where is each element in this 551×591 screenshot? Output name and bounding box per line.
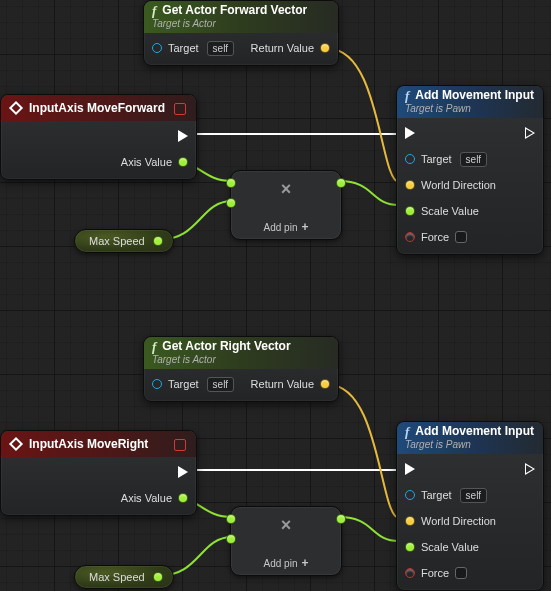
node-get-actor-right-vector[interactable]: fGet Actor Right Vector Target is Actor …	[143, 336, 339, 402]
pin-label: World Direction	[421, 515, 496, 527]
node-title: InputAxis MoveRight	[29, 438, 148, 451]
pin-world-direction[interactable]: World Direction	[405, 176, 496, 194]
pin-dot-object	[152, 43, 162, 53]
node-multiply[interactable]: × Add pin+	[230, 506, 342, 576]
checkbox[interactable]	[455, 567, 467, 579]
pin-dot-object	[405, 154, 415, 164]
pin-label: Scale Value	[421, 205, 479, 217]
add-pin-button[interactable]: Add pin+	[231, 217, 341, 239]
plus-icon: +	[301, 220, 308, 234]
pin-label: Return Value	[251, 42, 314, 54]
node-variable-max-speed[interactable]: Max Speed	[74, 565, 174, 589]
pin-return-value[interactable]: Return Value	[251, 39, 330, 57]
pin-dot-bool	[405, 232, 415, 242]
node-inputaxis-moveforward[interactable]: InputAxis MoveForward Axis Value	[0, 94, 197, 180]
pin-label: Target	[168, 42, 199, 54]
add-pin-label: Add pin	[264, 558, 298, 569]
node-add-movement-input[interactable]: fAdd Movement Input Target is Pawn Targe…	[396, 85, 544, 255]
pin-label: Force	[421, 567, 449, 579]
pin-dot-vector	[320, 379, 330, 389]
pin-label: Return Value	[251, 378, 314, 390]
node-header[interactable]: fGet Actor Right Vector Target is Actor	[144, 337, 338, 369]
pin-exec-in[interactable]	[405, 460, 496, 478]
pin-label: Force	[421, 231, 449, 243]
pin-dot-vector	[320, 43, 330, 53]
node-header[interactable]: fAdd Movement Input Target is Pawn	[397, 86, 543, 118]
node-title: InputAxis MoveForward	[29, 102, 165, 115]
add-pin-button[interactable]: Add pin+	[231, 553, 341, 575]
function-icon: f	[405, 89, 409, 102]
pin-label: Target	[421, 153, 452, 165]
pin-exec-out[interactable]	[178, 463, 188, 481]
node-inputaxis-moveright[interactable]: InputAxis MoveRight Axis Value	[0, 430, 197, 516]
pin-label: Axis Value	[121, 492, 172, 504]
node-title: Add Movement Input	[415, 89, 534, 102]
pin-label: Target	[421, 489, 452, 501]
pin-dot-float	[405, 206, 415, 216]
self-badge: self	[207, 41, 235, 56]
pin-dot-float	[178, 493, 188, 503]
pin-world-direction[interactable]: World Direction	[405, 512, 496, 530]
self-badge: self	[207, 377, 235, 392]
pin-dot-object	[152, 379, 162, 389]
node-variable-max-speed[interactable]: Max Speed	[74, 229, 174, 253]
disabled-icon	[174, 439, 186, 451]
exec-pin-icon	[405, 127, 415, 139]
variable-name: Max Speed	[89, 571, 145, 583]
pin-b[interactable]	[226, 534, 236, 544]
pin-scale-value[interactable]: Scale Value	[405, 538, 496, 556]
node-header[interactable]: fGet Actor Forward Vector Target is Acto…	[144, 1, 338, 33]
node-header[interactable]: InputAxis MoveRight	[1, 431, 196, 457]
pin-axis-value[interactable]: Axis Value	[121, 153, 188, 171]
pin-exec-out[interactable]	[525, 460, 535, 478]
exec-pin-icon	[178, 466, 188, 478]
event-icon	[9, 437, 23, 451]
pin-result[interactable]	[336, 178, 346, 188]
node-add-movement-input[interactable]: fAdd Movement Input Target is Pawn Targe…	[396, 421, 544, 591]
pin-value[interactable]	[153, 236, 163, 246]
variable-name: Max Speed	[89, 235, 145, 247]
pin-a[interactable]	[226, 178, 236, 188]
function-icon: f	[152, 4, 156, 17]
pin-label: Target	[168, 378, 199, 390]
pin-return-value[interactable]: Return Value	[251, 375, 330, 393]
pin-target[interactable]: Target self	[152, 375, 234, 393]
pin-dot-object	[405, 490, 415, 500]
exec-pin-icon	[178, 130, 188, 142]
pin-target[interactable]: Target self	[152, 39, 234, 57]
pin-value[interactable]	[153, 572, 163, 582]
event-icon	[9, 101, 23, 115]
pin-exec-out[interactable]	[178, 127, 188, 145]
function-icon: f	[405, 425, 409, 438]
pin-exec-out[interactable]	[525, 124, 535, 142]
checkbox[interactable]	[455, 231, 467, 243]
pin-force[interactable]: Force	[405, 228, 496, 246]
node-subtitle: Target is Pawn	[405, 438, 535, 451]
self-badge: self	[460, 152, 488, 167]
node-title: Get Actor Right Vector	[162, 340, 290, 353]
pin-result[interactable]	[336, 514, 346, 524]
pin-exec-in[interactable]	[405, 124, 496, 142]
disabled-icon	[174, 103, 186, 115]
node-multiply[interactable]: × Add pin+	[230, 170, 342, 240]
pin-target[interactable]: Target self	[405, 150, 496, 168]
pin-force[interactable]: Force	[405, 564, 496, 582]
multiply-icon: ×	[281, 179, 292, 200]
pin-b[interactable]	[226, 198, 236, 208]
pin-label: Axis Value	[121, 156, 172, 168]
pin-dot-bool	[405, 568, 415, 578]
node-header[interactable]: InputAxis MoveForward	[1, 95, 196, 121]
node-title: Get Actor Forward Vector	[162, 4, 307, 17]
pin-target[interactable]: Target self	[405, 486, 496, 504]
node-get-actor-forward-vector[interactable]: fGet Actor Forward Vector Target is Acto…	[143, 0, 339, 66]
node-title: Add Movement Input	[415, 425, 534, 438]
pin-axis-value[interactable]: Axis Value	[121, 489, 188, 507]
pin-scale-value[interactable]: Scale Value	[405, 202, 496, 220]
multiply-icon: ×	[281, 515, 292, 536]
pin-dot-float	[405, 542, 415, 552]
exec-pin-icon	[525, 463, 535, 475]
pin-dot-float	[178, 157, 188, 167]
pin-a[interactable]	[226, 514, 236, 524]
node-header[interactable]: fAdd Movement Input Target is Pawn	[397, 422, 543, 454]
pin-dot-vector	[405, 516, 415, 526]
